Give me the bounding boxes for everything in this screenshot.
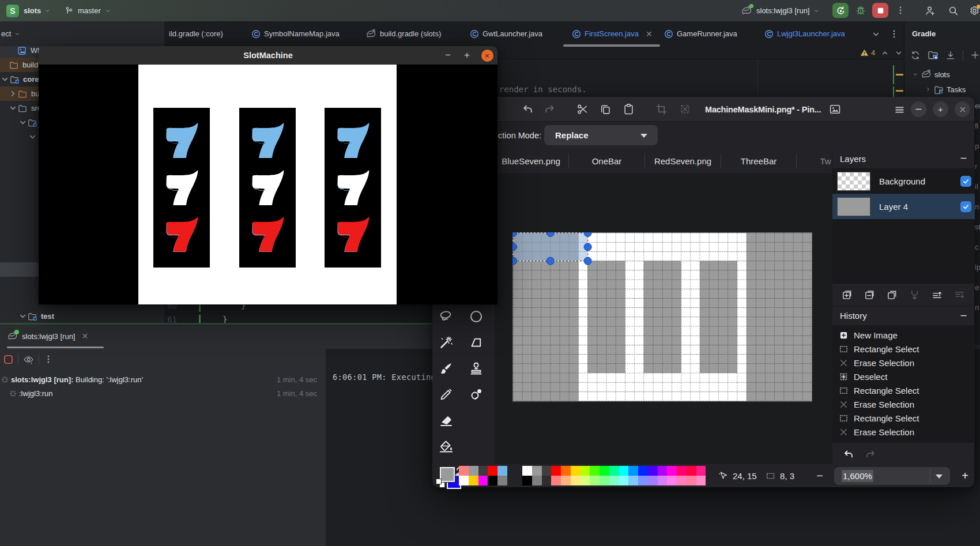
debug-button[interactable] xyxy=(855,5,866,16)
history-item[interactable]: Deselect xyxy=(832,370,975,383)
palette-color-swatch[interactable] xyxy=(628,466,638,476)
run-tab-close-icon[interactable]: ✕ xyxy=(81,332,88,341)
pinta-maximize-button[interactable]: + xyxy=(933,101,948,117)
palette-color-swatch[interactable] xyxy=(532,466,542,476)
layer-row-layer4[interactable]: Layer 4 xyxy=(832,194,975,219)
gradle-dependencies-icon[interactable] xyxy=(928,50,938,61)
run-window-tab[interactable]: slots:lwjgl3 [run] ✕ xyxy=(7,325,88,348)
merge-layer-icon[interactable] xyxy=(909,289,920,300)
palette-color-swatch[interactable] xyxy=(600,476,609,485)
history-item[interactable]: New Image xyxy=(832,328,975,342)
palette-color-swatch[interactable] xyxy=(648,466,658,476)
next-warning-chevron[interactable] xyxy=(895,49,903,57)
pinta-doc-tab[interactable]: OneBar xyxy=(569,149,644,173)
palette-color-swatch[interactable] xyxy=(658,476,668,485)
history-undo-icon[interactable] xyxy=(843,449,854,460)
recent-color-swatch[interactable] xyxy=(478,476,488,485)
palette-color-swatch[interactable] xyxy=(638,466,648,476)
add-layer-icon[interactable] xyxy=(842,289,853,300)
history-redo-icon[interactable] xyxy=(865,449,876,460)
tool-lasso-icon[interactable] xyxy=(439,309,454,324)
pinta-close-button[interactable] xyxy=(955,101,970,117)
palette-color-swatch[interactable] xyxy=(551,466,561,476)
console-stop-icon[interactable] xyxy=(3,355,13,364)
pinta-crop-icon[interactable] xyxy=(655,103,668,115)
console-eye-icon[interactable] xyxy=(23,354,34,365)
project-widget[interactable]: slots xyxy=(24,6,50,15)
palette-color-swatch[interactable] xyxy=(561,466,571,476)
palette-color-swatch[interactable] xyxy=(687,476,696,485)
run-config-chevron[interactable] xyxy=(813,8,819,14)
more-actions-kebab[interactable] xyxy=(896,6,905,15)
lower-layer-icon[interactable] xyxy=(954,289,965,300)
prev-warning-chevron[interactable] xyxy=(881,49,889,57)
palette-color-swatch[interactable] xyxy=(648,476,658,485)
recent-color-swatch[interactable] xyxy=(478,466,488,476)
branch-widget[interactable]: master xyxy=(65,0,111,21)
canvas-pixel-grid[interactable] xyxy=(512,232,812,402)
layer-visibility-checkbox[interactable] xyxy=(960,201,971,212)
palette-color-swatch[interactable] xyxy=(590,466,600,476)
tool-bucket-icon[interactable] xyxy=(439,439,454,454)
palette-color-swatch[interactable] xyxy=(581,466,590,476)
gradle-tree-slots[interactable]: slots xyxy=(904,67,980,82)
palette-color-swatch[interactable] xyxy=(542,476,552,485)
tab-build-gradle-core[interactable]: ild.gradle (:core) xyxy=(169,21,223,46)
history-item[interactable]: Erase Selection xyxy=(832,425,975,439)
palette-color-swatch[interactable] xyxy=(571,466,581,476)
palette-color-swatch[interactable] xyxy=(581,476,590,485)
slotmachine-titlebar[interactable]: SlotMachine − + × xyxy=(39,46,497,65)
palette-color-swatch[interactable] xyxy=(667,476,677,485)
palette-color-swatch[interactable] xyxy=(658,466,668,476)
history-item[interactable]: Rectangle Select xyxy=(832,383,975,397)
palette-color-swatch[interactable] xyxy=(667,466,677,476)
palette-color-swatch[interactable] xyxy=(542,466,552,476)
gradle-add-icon[interactable] xyxy=(970,50,980,60)
palette-color-swatch[interactable] xyxy=(696,466,706,476)
history-item[interactable]: Rectangle Select xyxy=(832,411,975,425)
tab-lwjgl3launcher[interactable]: Lwjgl3Launcher.java xyxy=(764,21,845,46)
palette-color-swatch[interactable] xyxy=(619,466,629,476)
pinta-image-icon[interactable] xyxy=(829,103,841,115)
color-swatch-widget[interactable] xyxy=(436,466,461,489)
pinta-headerbar[interactable]: MachineMaskMini.png* - Pin... + xyxy=(432,97,974,122)
pinta-redo-icon[interactable] xyxy=(544,103,556,115)
tool-brush-icon[interactable] xyxy=(439,361,454,376)
pinta-canvas-area[interactable] xyxy=(495,173,832,464)
inspection-widget[interactable]: 4 xyxy=(860,48,903,57)
tool-wand-icon[interactable] xyxy=(439,335,454,350)
search-everywhere-icon[interactable] xyxy=(948,5,959,16)
build-progress-row[interactable]: :lwjgl3:run 1 min, 4 sec xyxy=(0,386,326,400)
palette-color-swatch[interactable] xyxy=(687,466,696,476)
selection-mode-dropdown[interactable]: Replace xyxy=(544,125,658,145)
recent-color-swatch[interactable] xyxy=(459,466,469,476)
build-progress-row[interactable]: slots:lwjgl3 [run]: Building: ':lwjgl3:r… xyxy=(0,372,326,386)
pinta-menu-icon[interactable] xyxy=(894,104,906,116)
tab-firstscreen-active[interactable]: FirstScreen.java ✕ xyxy=(572,21,653,46)
layers-collapse-icon[interactable] xyxy=(960,155,967,162)
palette-color-swatch[interactable] xyxy=(628,476,638,485)
run-config-name[interactable]: slots:lwjgl3 [run] xyxy=(756,6,809,15)
console-kebab-icon[interactable] xyxy=(44,355,53,364)
recent-color-swatch[interactable] xyxy=(488,476,497,485)
project-logo[interactable]: S xyxy=(6,5,19,17)
settings-gear-icon[interactable] xyxy=(969,5,980,16)
pinta-doc-tab[interactable]: Tw xyxy=(797,149,832,173)
tool-movesel-icon[interactable] xyxy=(469,335,484,350)
zoom-out-button[interactable]: − xyxy=(813,469,827,483)
zoom-combo[interactable]: 1,600% xyxy=(834,467,950,485)
palette-color-swatch[interactable] xyxy=(677,476,687,485)
pinta-doc-tab[interactable]: BlueSeven.png xyxy=(493,149,568,173)
slot-close-button[interactable]: × xyxy=(478,46,496,65)
raise-layer-icon[interactable] xyxy=(932,289,943,300)
tab-close-icon[interactable]: ✕ xyxy=(646,29,653,39)
palette-color-swatch[interactable] xyxy=(600,466,609,476)
zoom-in-button[interactable]: + xyxy=(958,469,972,483)
layer-visibility-checkbox[interactable] xyxy=(960,176,971,187)
recent-color-swatch[interactable] xyxy=(469,476,478,485)
palette-color-swatch[interactable] xyxy=(609,476,619,485)
palette-color-swatch[interactable] xyxy=(561,476,571,485)
project-panel-header[interactable]: ect xyxy=(0,21,164,46)
tabs-options-kebab[interactable] xyxy=(889,29,899,39)
tab-gwtlauncher[interactable]: GwtLauncher.java xyxy=(470,21,542,46)
